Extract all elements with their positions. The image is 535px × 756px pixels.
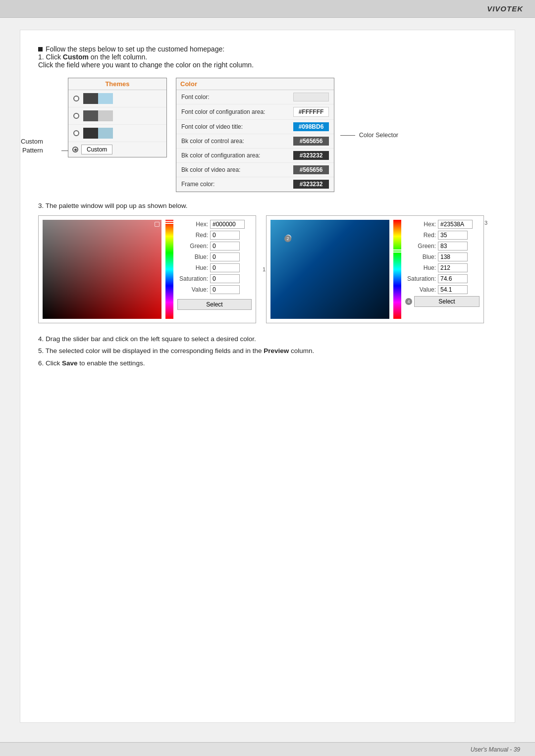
blue-label-left: Blue: [177,253,208,260]
select-button-left[interactable]: Select [177,299,252,310]
bullet-text: Follow the steps below to set up the cus… [46,45,224,53]
hex-label-left: Hex: [177,221,208,228]
footer-text: User's Manual - 39 [471,746,520,753]
val-label-right: Value: [405,286,436,293]
val-input-right[interactable] [438,285,468,294]
palette-window-right: 1 2 [266,215,484,323]
gradient-cursor [155,222,160,227]
theme-swatch-3 [83,128,113,139]
color-label-bk-config: Bk color of configuration area: [181,152,260,159]
color-value-bk-config: #323232 [293,151,329,160]
step6-text: 6. Click Save to enable the settings. [38,357,497,369]
theme-radio-1[interactable] [73,96,79,101]
hue-input-left[interactable] [210,263,240,272]
content-area: Follow the steps below to set up the cus… [20,30,515,723]
green-input-right[interactable] [438,242,468,251]
color-selector-label: Color Selector [340,132,398,139]
select-button-right[interactable]: Select [414,296,480,307]
color-value-font [293,93,329,101]
sat-label-right: Saturation: [405,275,436,282]
red-input-left[interactable] [210,231,240,240]
gradient-box-right[interactable]: 2 [270,220,389,319]
color-row-bk-control[interactable]: Bk color of control area: #565656 [176,134,334,149]
field-row-red-left: Red: [177,231,252,240]
badge-3: 3 [484,220,487,226]
sat-input-left[interactable] [210,274,240,283]
field-row-red-right: Red: [405,231,480,240]
field-row-hue-right: Hue: [405,263,480,272]
sat-input-right[interactable] [438,274,468,283]
val-label-left: Value: [177,286,208,293]
step-diagram: Themes [68,78,497,192]
field-row-blue-left: Blue: [177,252,252,261]
field-row-green-left: Green: [177,242,252,251]
step2-text: Click the field where you want to change… [38,61,497,69]
step1-bold: Custom [63,53,89,61]
custom-pattern-arrow [61,151,68,151]
sat-label-left: Saturation: [177,275,208,282]
theme-radio-3[interactable] [73,130,79,136]
bullet-instruction: Follow the steps below to set up the cus… [38,45,497,53]
custom-radio[interactable] [72,147,78,152]
header-bar: VIVOTEK [0,0,535,18]
color-value-frame: #323232 [293,180,329,189]
select-row-right: 4 Select [405,296,480,307]
step5-text: 5. The selected color will be displayed … [38,345,497,357]
color-label-bk-control: Bk color of control area: [181,138,244,145]
gradient-black-red [43,220,161,319]
color-row-bk-video[interactable]: Bk color of video area: #565656 [176,163,334,177]
hue-label-right: Hue: [405,264,436,271]
palette-window-left: Hex: Red: Green: Blue: Hue: [38,215,256,323]
badge-4: 4 [405,298,412,305]
step5-bold: Preview [264,347,289,354]
green-input-left[interactable] [210,242,240,251]
field-row-sat-left: Saturation: [177,274,252,283]
bullet-icon [38,47,43,51]
color-label-font: Font color: [181,94,210,101]
color-label-frame: Frame color: [181,181,214,188]
badge-2: 2 [284,235,291,242]
color-row-font: Font color: [176,90,334,104]
step6-bold: Save [62,359,78,367]
step1-rest: on the left column. [89,53,147,61]
red-label-left: Red: [177,232,208,239]
theme-row-2 [68,107,166,125]
red-label-right: Red: [405,232,436,239]
field-row-hex-right: Hex: [405,220,480,229]
themes-title: Themes [68,78,166,90]
bottom-steps: 4. Drag the slider bar and click on the … [38,333,497,369]
color-label-bk-video: Bk color of video area: [181,166,240,173]
spectrum-cursor-left [164,221,175,224]
field-row-val-left: Value: [177,285,252,294]
custom-row: Custom [68,142,166,157]
badge-1: 1 [263,266,266,272]
val-input-left[interactable] [210,285,240,294]
step1-text: 1. Click Custom on the left column. [38,53,497,61]
custom-pattern-label: CustomPattern [21,137,43,155]
color-row-font-video[interactable]: Font color of video title: #098BD6 [176,120,334,134]
blue-input-right[interactable] [438,252,468,261]
custom-button[interactable]: Custom [81,145,112,154]
hex-input-left[interactable] [210,220,245,229]
theme-radio-2[interactable] [73,113,79,119]
theme-row-3 [68,125,166,142]
instructions-section: Follow the steps below to set up the cus… [38,45,497,69]
blue-input-left[interactable] [210,252,240,261]
themes-panel: Themes [68,78,167,157]
color-row-bk-config[interactable]: Bk color of configuration area: #323232 [176,149,334,163]
palette-fields-left: Hex: Red: Green: Blue: Hue: [177,220,252,319]
step3-text: 3. The palette window will pop up as sho… [38,202,497,209]
field-row-val-right: Value: [405,285,480,294]
color-panel-title: Color [176,78,334,90]
red-input-right[interactable] [438,231,468,240]
color-row-font-config[interactable]: Font color of configuration area: #FFFFF… [176,104,334,120]
gradient-box-left[interactable] [43,220,161,319]
spectrum-bar-left[interactable] [165,220,173,319]
color-row-frame[interactable]: Frame color: #323232 [176,177,334,192]
field-row-hue-left: Hue: [177,263,252,272]
spectrum-bar-right[interactable] [393,220,401,319]
green-label-right: Green: [405,243,436,250]
hue-input-right[interactable] [438,263,468,272]
hex-input-right[interactable] [438,220,473,229]
field-row-blue-right: Blue: [405,252,480,261]
